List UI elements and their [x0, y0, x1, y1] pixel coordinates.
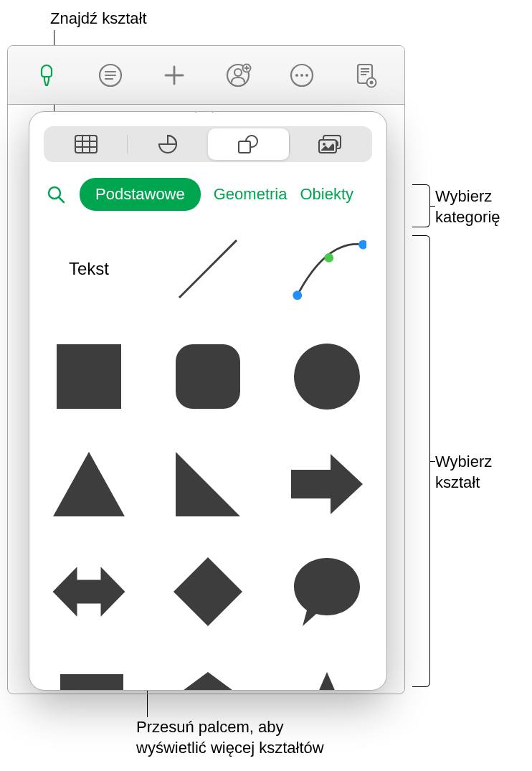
- shape-circle[interactable]: [288, 337, 366, 416]
- list-icon[interactable]: [95, 60, 126, 91]
- shapes-grid: Tekst: [44, 230, 372, 691]
- svg-marker-45: [174, 557, 242, 626]
- shape-line[interactable]: [168, 230, 247, 308]
- shape-callout-rect[interactable]: [49, 660, 128, 691]
- segment-shapes[interactable]: [208, 128, 289, 160]
- svg-line-34: [179, 240, 237, 298]
- shape-arrow-right[interactable]: [288, 445, 366, 524]
- svg-point-7: [234, 69, 242, 76]
- popover-arrow: [195, 111, 214, 113]
- svg-point-20: [369, 80, 373, 84]
- more-ellipsis-icon[interactable]: [286, 60, 318, 91]
- svg-marker-43: [291, 454, 363, 514]
- shape-star[interactable]: [288, 660, 366, 691]
- svg-point-31: [323, 143, 326, 146]
- insert-type-segmented: [44, 126, 372, 162]
- svg-point-35: [293, 290, 302, 300]
- svg-point-13: [300, 74, 303, 77]
- callout-bracket: [412, 184, 430, 227]
- shape-rounded-square[interactable]: [168, 337, 247, 416]
- svg-marker-42: [176, 452, 240, 516]
- shape-speech-bubble[interactable]: [288, 552, 366, 631]
- callout-choose-category: Wybierz kategorię: [435, 186, 500, 227]
- category-link-objects[interactable]: Obiekty: [300, 185, 353, 204]
- svg-rect-28: [239, 141, 250, 153]
- shape-categories: Podstawowe Geometria Obiekty: [44, 178, 372, 211]
- svg-rect-39: [176, 344, 240, 409]
- segment-table[interactable]: [46, 128, 127, 160]
- search-icon[interactable]: [45, 184, 67, 205]
- segment-media[interactable]: [290, 128, 371, 160]
- shape-triangle[interactable]: [49, 445, 128, 524]
- svg-point-36: [358, 240, 366, 250]
- segment-chart[interactable]: [128, 128, 209, 160]
- main-toolbar: [8, 46, 404, 105]
- callout-swipe-more: Przesuń palcem, aby wyświetlić więcej ks…: [136, 717, 324, 758]
- document-view-icon[interactable]: [350, 60, 381, 91]
- format-brush-icon[interactable]: [31, 60, 62, 91]
- svg-point-37: [324, 253, 333, 262]
- shape-curve[interactable]: [288, 230, 366, 308]
- svg-marker-44: [53, 567, 125, 617]
- category-pill-basic[interactable]: Podstawowe: [80, 178, 201, 211]
- svg-marker-47: [293, 672, 361, 691]
- svg-point-14: [305, 74, 308, 77]
- shape-diamond[interactable]: [168, 552, 247, 631]
- svg-marker-41: [53, 452, 125, 516]
- category-link-geometry[interactable]: Geometria: [214, 185, 288, 204]
- svg-line-33: [59, 197, 64, 202]
- shape-text[interactable]: Tekst: [49, 230, 128, 308]
- collaborate-icon[interactable]: [222, 60, 254, 91]
- svg-point-12: [295, 74, 298, 77]
- svg-rect-21: [75, 136, 97, 153]
- callout-choose-shape: Wybierz kształt: [435, 452, 492, 493]
- insert-popover: Podstawowe Geometria Obiekty Tekst: [29, 111, 387, 691]
- callout-find-shape: Znajdź kształt: [50, 9, 147, 29]
- svg-rect-38: [57, 344, 121, 409]
- shape-square[interactable]: [49, 337, 128, 416]
- callout-bracket: [412, 235, 430, 687]
- svg-marker-46: [175, 672, 241, 691]
- shape-right-triangle[interactable]: [168, 445, 247, 524]
- plus-icon[interactable]: [158, 60, 190, 91]
- shape-pentagon[interactable]: [168, 660, 247, 691]
- svg-point-40: [294, 344, 360, 410]
- shape-arrow-bidirectional[interactable]: [49, 552, 128, 631]
